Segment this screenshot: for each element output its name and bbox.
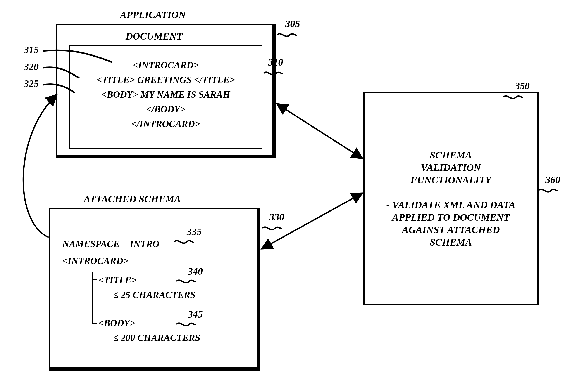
ref-305: 305 — [285, 18, 300, 30]
validation-heading-3: FUNCTIONALITY — [365, 174, 537, 186]
validation-heading-1: SCHEMA — [365, 149, 537, 161]
ref-340: 340 — [188, 266, 203, 277]
schema-introcard: <INTROCARD> — [62, 255, 129, 266]
validation-desc-1: - VALIDATE XML AND DATA — [365, 199, 537, 211]
document-line-4: </BODY> — [70, 104, 262, 115]
validation-heading-2: VALIDATION — [365, 162, 537, 173]
validation-desc-4: SCHEMA — [365, 237, 537, 248]
validation-box: SCHEMA VALIDATION FUNCTIONALITY - VALIDA… — [363, 92, 539, 305]
document-line-5: </INTROCARD> — [70, 118, 262, 129]
schema-body-rule: ≤ 200 CHARACTERS — [113, 332, 200, 343]
arrow-app-validation — [277, 104, 362, 158]
validation-desc-2: APPLIED TO DOCUMENT — [365, 212, 537, 223]
ref-325: 325 — [24, 78, 39, 89]
ref-310: 310 — [268, 56, 283, 68]
squiggle-360 — [539, 189, 558, 192]
attached-schema-box: NAMESPACE = INTRO <INTROCARD> <TITLE> ≤ … — [49, 208, 260, 371]
ref-330: 330 — [269, 211, 284, 223]
schema-body-tag: <BODY> — [98, 318, 135, 328]
document-box: <INTROCARD> <TITLE> GREETINGS </TITLE> <… — [69, 45, 263, 149]
tree-h-title — [92, 279, 97, 280]
validation-desc-3: AGAINST ATTACHED — [365, 224, 537, 236]
squiggle-330 — [263, 227, 282, 230]
ref-345: 345 — [188, 308, 203, 320]
squiggle-305 — [277, 34, 296, 36]
document-line-1: <INTROCARD> — [70, 60, 262, 70]
schema-namespace: NAMESPACE = INTRO — [62, 238, 159, 249]
ref-350: 350 — [515, 80, 530, 92]
document-line-2: <TITLE> GREETINGS </TITLE> — [70, 74, 262, 85]
ref-335: 335 — [187, 226, 202, 238]
ref-320: 320 — [24, 61, 39, 72]
tree-h-body — [92, 322, 97, 323]
document-title: DOCUMENT — [126, 30, 183, 42]
attached-schema-title: ATTACHED SCHEMA — [84, 193, 181, 205]
ref-360: 360 — [545, 174, 560, 186]
diagram-canvas: APPLICATION <INTROCARD> <TITLE> GREETING… — [0, 0, 570, 392]
ref-315: 315 — [24, 44, 39, 56]
application-title: APPLICATION — [120, 9, 186, 21]
schema-title-tag: <TITLE> — [98, 275, 137, 285]
document-line-3: <BODY> MY NAME IS SARAH — [70, 89, 262, 100]
schema-title-rule: ≤ 25 CHARACTERS — [113, 289, 195, 300]
